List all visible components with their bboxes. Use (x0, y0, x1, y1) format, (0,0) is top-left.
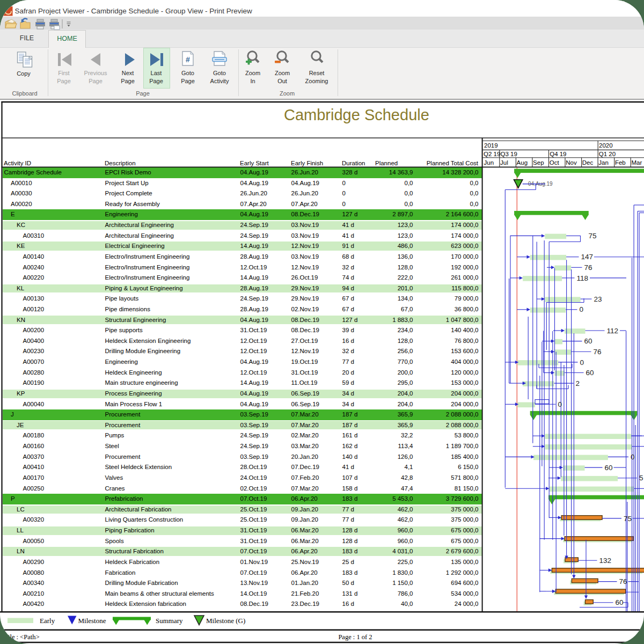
svg-text:60: 60 (584, 337, 592, 345)
svg-text:0: 0 (631, 453, 635, 461)
svg-text:118: 118 (577, 274, 589, 282)
svg-text:Feb: Feb (615, 159, 626, 166)
svg-text:Nov: Nov (566, 159, 577, 166)
svg-text:60: 60 (616, 598, 624, 606)
svg-text:Aug: Aug (517, 159, 528, 166)
svg-text:23: 23 (594, 295, 602, 303)
svg-text:2020: 2020 (599, 142, 613, 149)
svg-text:76: 76 (594, 348, 602, 356)
svg-text:2: 2 (576, 379, 580, 387)
svg-text:Dec: Dec (582, 159, 594, 166)
svg-text:132: 132 (599, 557, 612, 565)
svg-text:0: 0 (558, 400, 562, 408)
svg-text:60: 60 (605, 464, 613, 472)
svg-text:Jan: Jan (598, 159, 609, 166)
svg-text:0: 0 (580, 358, 584, 367)
svg-text:2019: 2019 (484, 142, 498, 149)
svg-text:Mar: Mar (632, 159, 642, 166)
svg-text:75: 75 (589, 232, 597, 240)
svg-text:147: 147 (581, 253, 594, 261)
svg-text:Milestone (G): Milestone (G) (206, 617, 245, 625)
svg-text:Early: Early (40, 617, 55, 625)
svg-text:76: 76 (619, 577, 627, 586)
svg-text:Q1 20: Q1 20 (599, 151, 616, 157)
svg-text:0: 0 (580, 305, 584, 313)
svg-text:Oct: Oct (550, 159, 560, 166)
svg-text:Page : 1 of 2: Page : 1 of 2 (338, 633, 372, 641)
svg-text:75: 75 (624, 515, 632, 523)
svg-text:76: 76 (584, 264, 592, 272)
svg-text:File : <Path>: File : <Path> (4, 633, 40, 641)
svg-text:Q4 19: Q4 19 (550, 151, 566, 157)
svg-text:112: 112 (607, 327, 619, 335)
svg-text:Jun: Jun (484, 159, 494, 166)
svg-text:Q3 19: Q3 19 (501, 151, 517, 157)
svg-text:Milestone: Milestone (78, 617, 106, 625)
svg-text:5: 5 (639, 474, 643, 482)
svg-text:Summary: Summary (156, 617, 183, 625)
svg-text:Sep: Sep (533, 159, 544, 166)
svg-text:Q2 19: Q2 19 (484, 151, 500, 157)
svg-text:60: 60 (586, 369, 594, 377)
svg-text:Jul: Jul (500, 159, 508, 166)
